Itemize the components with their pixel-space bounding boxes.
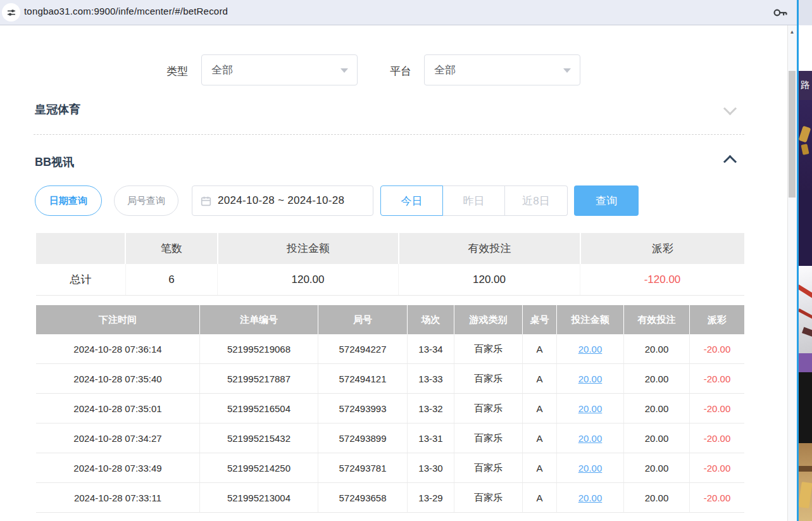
site-settings-button[interactable] xyxy=(2,3,20,22)
game-banner-fragment xyxy=(802,327,812,338)
summary-total-valid-bet: 120.00 xyxy=(398,264,580,295)
summary-table: 笔数 投注金额 有效投注 派彩 总计 6 120.00 120.00 -120.… xyxy=(36,233,744,296)
calendar-icon xyxy=(201,196,211,206)
bet-record-page: 类型 全部 平台 全部 皇冠体育 BB视讯 日期查询 局号查询 2024-10 xyxy=(0,25,786,521)
cell-round-number: 572494121 xyxy=(318,364,408,393)
cell-valid-bet: 20.00 xyxy=(624,424,690,453)
type-filter-label: 类型 xyxy=(166,64,188,78)
cell-game-type: 百家乐 xyxy=(454,364,523,393)
summary-total-bet-amount: 120.00 xyxy=(217,264,398,295)
cell-game-type: 百家乐 xyxy=(454,483,523,512)
platform-filter-select[interactable]: 全部 xyxy=(424,54,580,85)
scroll-up-icon[interactable]: ▲ xyxy=(787,25,797,38)
header-game-type: 游戏类别 xyxy=(454,305,523,334)
bet-amount-link[interactable]: 20.00 xyxy=(578,433,603,444)
cell-payout: -20.00 xyxy=(690,364,744,393)
cell-payout: -20.00 xyxy=(690,453,744,482)
summary-total-label: 总计 xyxy=(36,264,125,295)
bet-amount-link[interactable]: 20.00 xyxy=(578,344,603,355)
table-row: 2024-10-28 07:33:11 521995213004 5724936… xyxy=(36,483,744,513)
browser-url-bar: tongbao31.com:9900/infe/mcenter/#/betRec… xyxy=(0,0,812,25)
background-window-sliver xyxy=(799,443,812,521)
bet-amount-link[interactable]: 20.00 xyxy=(578,463,603,474)
table-row: 2024-10-28 07:36:14 521995219068 5724942… xyxy=(36,334,744,364)
cell-order-number: 521995216504 xyxy=(200,394,318,423)
background-window-sliver xyxy=(799,100,812,190)
background-window-sliver xyxy=(799,25,812,71)
cell-round-number: 572493658 xyxy=(318,483,408,512)
bet-table-header: 下注时间 注单编号 局号 场次 游戏类别 桌号 投注金额 有效投注 派彩 xyxy=(36,305,744,334)
background-window-sliver xyxy=(799,266,812,353)
cell-table-number: A xyxy=(523,394,557,423)
cell-bet-time: 2024-10-28 07:35:40 xyxy=(36,364,200,393)
today-button[interactable]: 今日 xyxy=(380,185,443,216)
cell-valid-bet: 20.00 xyxy=(624,483,690,512)
chevron-down-icon xyxy=(340,68,348,73)
cell-valid-bet: 20.00 xyxy=(624,364,690,393)
background-window-sliver xyxy=(799,353,812,372)
game-banner-fragment xyxy=(799,482,812,508)
date-range-input[interactable]: 2024-10-28 ~ 2024-10-28 xyxy=(192,185,373,216)
cell-bet-time: 2024-10-28 07:35:01 xyxy=(36,394,200,423)
summary-header-count: 笔数 xyxy=(126,233,217,264)
cell-payout: -20.00 xyxy=(690,334,744,363)
game-banner-fragment xyxy=(799,466,812,472)
bet-amount-link[interactable]: 20.00 xyxy=(578,373,603,384)
table-row: 2024-10-28 07:35:01 521995216504 5724939… xyxy=(36,394,744,424)
header-valid-bet: 有效投注 xyxy=(624,305,690,334)
search-button[interactable]: 查询 xyxy=(574,185,639,216)
platform-filter-label: 平台 xyxy=(390,64,411,78)
summary-total-count: 6 xyxy=(125,264,217,295)
round-query-tab[interactable]: 局号查询 xyxy=(114,185,178,216)
background-window-sliver xyxy=(799,372,812,443)
header-payout: 派彩 xyxy=(690,305,744,334)
cell-session: 13-29 xyxy=(408,483,454,512)
cell-game-type: 百家乐 xyxy=(454,394,523,423)
cell-session: 13-30 xyxy=(408,453,454,482)
game-banner-fragment xyxy=(799,126,811,143)
cell-table-number: A xyxy=(523,453,557,482)
cell-valid-bet: 20.00 xyxy=(624,334,690,363)
cell-order-number: 521995219068 xyxy=(200,334,318,363)
cell-game-type: 百家乐 xyxy=(454,334,523,363)
date-query-tab[interactable]: 日期查询 xyxy=(35,185,102,216)
chevron-up-icon[interactable] xyxy=(723,155,737,168)
scrollbar-thumb[interactable] xyxy=(789,71,796,198)
cell-bet-time: 2024-10-28 07:34:27 xyxy=(36,424,200,453)
summary-total-payout: -120.00 xyxy=(580,264,744,295)
cell-round-number: 572494227 xyxy=(318,334,408,363)
summary-header-payout: 派彩 xyxy=(581,233,744,264)
table-row: 2024-10-28 07:35:40 521995217887 5724941… xyxy=(36,364,744,394)
header-session: 场次 xyxy=(408,305,454,334)
type-filter-select[interactable]: 全部 xyxy=(201,54,358,85)
header-order-number: 注单编号 xyxy=(200,305,318,334)
summary-table-header: 笔数 投注金额 有效投注 派彩 xyxy=(36,233,744,264)
cell-session: 13-31 xyxy=(408,424,454,453)
cell-game-type: 百家乐 xyxy=(454,453,523,482)
cell-order-number: 521995217887 xyxy=(200,364,318,393)
yesterday-button[interactable]: 昨日 xyxy=(443,185,505,216)
summary-header-empty xyxy=(36,233,125,264)
cell-payout: -20.00 xyxy=(690,394,744,423)
bet-amount-link[interactable]: 20.00 xyxy=(578,493,603,503)
tune-icon xyxy=(6,8,16,18)
summary-header-bet-amount: 投注金额 xyxy=(218,233,398,264)
cell-table-number: A xyxy=(523,424,557,453)
chevron-down-icon[interactable] xyxy=(723,102,737,115)
cell-table-number: A xyxy=(523,483,557,512)
table-row: 2024-10-28 07:33:49 521995214250 5724937… xyxy=(36,453,744,483)
bet-amount-link[interactable]: 20.00 xyxy=(578,403,603,414)
platform-filter-value: 全部 xyxy=(434,63,456,77)
header-round-number: 局号 xyxy=(318,305,408,334)
cell-bet-time: 2024-10-28 07:33:11 xyxy=(36,483,200,512)
cell-order-number: 521995214250 xyxy=(200,453,318,482)
last-8-days-button[interactable]: 近8日 xyxy=(505,185,568,216)
password-key-icon[interactable] xyxy=(773,6,788,19)
url-text[interactable]: tongbao31.com:9900/infe/mcenter/#/betRec… xyxy=(24,6,228,16)
header-table-number: 桌号 xyxy=(523,305,557,334)
cell-round-number: 572493899 xyxy=(318,424,408,453)
cell-session: 13-32 xyxy=(408,394,454,423)
cell-session: 13-34 xyxy=(408,334,454,363)
cell-order-number: 521995213004 xyxy=(200,483,318,512)
cell-bet-time: 2024-10-28 07:33:49 xyxy=(36,453,200,482)
